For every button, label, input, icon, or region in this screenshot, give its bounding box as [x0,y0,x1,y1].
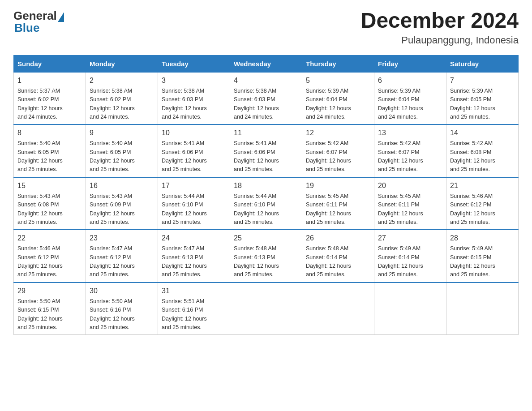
logo-blue-text: Blue [14,21,39,34]
day-number: 27 [378,233,442,244]
day-number: 19 [306,180,370,191]
day-info: Sunrise: 5:48 AMSunset: 6:14 PMDaylight:… [306,244,370,279]
calendar-week-3: 15Sunrise: 5:43 AMSunset: 6:08 PMDayligh… [14,177,519,230]
calendar-cell: 29Sunrise: 5:50 AMSunset: 6:15 PMDayligh… [14,283,86,335]
calendar-cell: 27Sunrise: 5:49 AMSunset: 6:14 PMDayligh… [374,230,446,283]
calendar-cell: 8Sunrise: 5:40 AMSunset: 6:05 PMDaylight… [14,124,86,177]
header-row: Sunday Monday Tuesday Wednesday Thursday… [14,55,519,72]
day-number: 12 [306,128,370,138]
day-number: 5 [306,75,370,86]
calendar-cell: 24Sunrise: 5:47 AMSunset: 6:13 PMDayligh… [158,230,230,283]
calendar-cell: 6Sunrise: 5:39 AMSunset: 6:04 PMDaylight… [374,72,446,124]
calendar-cell: 4Sunrise: 5:38 AMSunset: 6:03 PMDaylight… [230,72,302,124]
col-saturday: Saturday [446,55,519,72]
logo-triangle-icon [58,12,64,22]
day-info: Sunrise: 5:41 AMSunset: 6:06 PMDaylight:… [162,139,226,174]
calendar-cell: 18Sunrise: 5:44 AMSunset: 6:10 PMDayligh… [230,177,302,230]
calendar-cell: 5Sunrise: 5:39 AMSunset: 6:04 PMDaylight… [302,72,374,124]
calendar-header: Sunday Monday Tuesday Wednesday Thursday… [14,55,519,72]
day-number: 31 [162,286,226,296]
calendar-cell: 30Sunrise: 5:50 AMSunset: 6:16 PMDayligh… [86,283,158,335]
calendar-cell: 13Sunrise: 5:42 AMSunset: 6:07 PMDayligh… [374,124,446,177]
day-info: Sunrise: 5:41 AMSunset: 6:06 PMDaylight:… [234,139,298,174]
day-info: Sunrise: 5:42 AMSunset: 6:08 PMDaylight:… [450,139,515,174]
day-info: Sunrise: 5:47 AMSunset: 6:12 PMDaylight:… [90,244,154,279]
calendar-cell: 21Sunrise: 5:46 AMSunset: 6:12 PMDayligh… [446,177,519,230]
day-info: Sunrise: 5:46 AMSunset: 6:12 PMDaylight:… [17,244,82,279]
day-number: 6 [378,75,442,86]
day-number: 28 [450,233,515,244]
day-number: 24 [162,233,226,244]
day-info: Sunrise: 5:45 AMSunset: 6:11 PMDaylight:… [306,192,370,227]
day-number: 26 [306,233,370,244]
col-wednesday: Wednesday [230,55,302,72]
calendar-cell: 20Sunrise: 5:45 AMSunset: 6:11 PMDayligh… [374,177,446,230]
calendar-cell: 23Sunrise: 5:47 AMSunset: 6:12 PMDayligh… [86,230,158,283]
day-number: 20 [378,180,442,191]
calendar-cell: 16Sunrise: 5:43 AMSunset: 6:09 PMDayligh… [86,177,158,230]
day-number: 8 [17,128,82,138]
calendar-cell: 15Sunrise: 5:43 AMSunset: 6:08 PMDayligh… [14,177,86,230]
calendar-cell [374,283,446,335]
calendar-cell: 28Sunrise: 5:49 AMSunset: 6:15 PMDayligh… [446,230,519,283]
calendar-week-1: 1Sunrise: 5:37 AMSunset: 6:02 PMDaylight… [14,72,519,124]
calendar-cell: 19Sunrise: 5:45 AMSunset: 6:11 PMDayligh… [302,177,374,230]
calendar-cell [446,283,519,335]
day-info: Sunrise: 5:47 AMSunset: 6:13 PMDaylight:… [162,244,226,279]
calendar-week-5: 29Sunrise: 5:50 AMSunset: 6:15 PMDayligh… [14,283,519,335]
col-tuesday: Tuesday [158,55,230,72]
day-number: 30 [90,286,154,296]
calendar-cell: 31Sunrise: 5:51 AMSunset: 6:16 PMDayligh… [158,283,230,335]
day-number: 1 [17,75,82,86]
calendar-cell: 17Sunrise: 5:44 AMSunset: 6:10 PMDayligh… [158,177,230,230]
day-number: 7 [450,75,515,86]
day-number: 2 [90,75,154,86]
calendar-cell: 9Sunrise: 5:40 AMSunset: 6:05 PMDaylight… [86,124,158,177]
calendar-cell: 22Sunrise: 5:46 AMSunset: 6:12 PMDayligh… [14,230,86,283]
day-number: 9 [90,128,154,138]
day-number: 14 [450,128,515,138]
col-monday: Monday [86,55,158,72]
header: General Blue December 2024 Pulaupanggung… [13,9,519,46]
calendar-cell: 26Sunrise: 5:48 AMSunset: 6:14 PMDayligh… [302,230,374,283]
day-info: Sunrise: 5:45 AMSunset: 6:11 PMDaylight:… [378,192,442,227]
calendar-cell: 10Sunrise: 5:41 AMSunset: 6:06 PMDayligh… [158,124,230,177]
calendar-cell: 11Sunrise: 5:41 AMSunset: 6:06 PMDayligh… [230,124,302,177]
calendar-cell: 25Sunrise: 5:48 AMSunset: 6:13 PMDayligh… [230,230,302,283]
day-number: 18 [234,180,298,191]
day-number: 3 [162,75,226,86]
day-info: Sunrise: 5:46 AMSunset: 6:12 PMDaylight:… [450,192,515,227]
calendar-week-2: 8Sunrise: 5:40 AMSunset: 6:05 PMDaylight… [14,124,519,177]
day-number: 15 [17,180,82,191]
day-number: 13 [378,128,442,138]
day-info: Sunrise: 5:49 AMSunset: 6:15 PMDaylight:… [450,244,515,279]
day-info: Sunrise: 5:50 AMSunset: 6:15 PMDaylight:… [17,297,82,332]
day-info: Sunrise: 5:50 AMSunset: 6:16 PMDaylight:… [90,297,154,332]
col-sunday: Sunday [14,55,86,72]
day-info: Sunrise: 5:43 AMSunset: 6:08 PMDaylight:… [17,192,82,227]
calendar-cell [302,283,374,335]
day-info: Sunrise: 5:42 AMSunset: 6:07 PMDaylight:… [306,139,370,174]
day-number: 10 [162,128,226,138]
day-info: Sunrise: 5:39 AMSunset: 6:05 PMDaylight:… [450,87,515,122]
day-info: Sunrise: 5:40 AMSunset: 6:05 PMDaylight:… [90,139,154,174]
calendar-cell: 12Sunrise: 5:42 AMSunset: 6:07 PMDayligh… [302,124,374,177]
day-info: Sunrise: 5:42 AMSunset: 6:07 PMDaylight:… [378,139,442,174]
day-info: Sunrise: 5:51 AMSunset: 6:16 PMDaylight:… [162,297,226,332]
calendar-week-4: 22Sunrise: 5:46 AMSunset: 6:12 PMDayligh… [14,230,519,283]
calendar-table: Sunday Monday Tuesday Wednesday Thursday… [13,55,519,335]
day-info: Sunrise: 5:48 AMSunset: 6:13 PMDaylight:… [234,244,298,279]
day-info: Sunrise: 5:37 AMSunset: 6:02 PMDaylight:… [17,87,82,122]
col-thursday: Thursday [302,55,374,72]
calendar-cell [230,283,302,335]
day-info: Sunrise: 5:49 AMSunset: 6:14 PMDaylight:… [378,244,442,279]
day-number: 11 [234,128,298,138]
calendar-cell: 2Sunrise: 5:38 AMSunset: 6:02 PMDaylight… [86,72,158,124]
col-friday: Friday [374,55,446,72]
logo: General Blue [13,9,65,35]
calendar-cell: 7Sunrise: 5:39 AMSunset: 6:05 PMDaylight… [446,72,519,124]
day-info: Sunrise: 5:43 AMSunset: 6:09 PMDaylight:… [90,192,154,227]
day-number: 25 [234,233,298,244]
day-info: Sunrise: 5:44 AMSunset: 6:10 PMDaylight:… [162,192,226,227]
day-number: 16 [90,180,154,191]
